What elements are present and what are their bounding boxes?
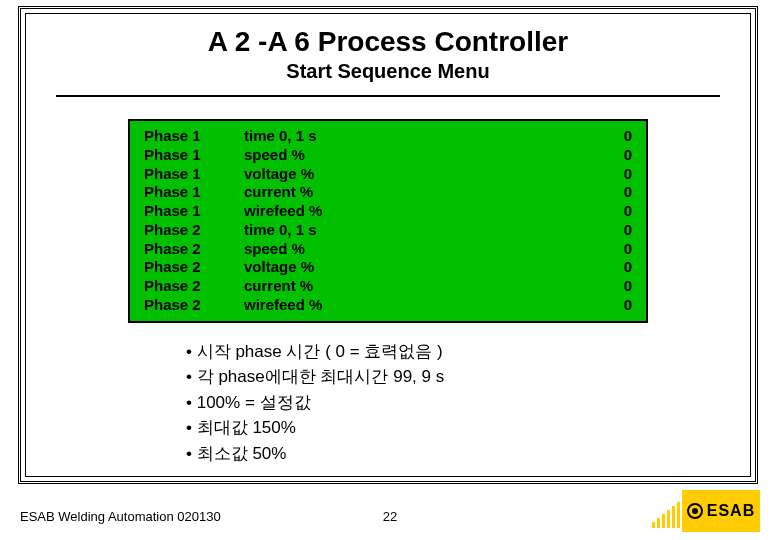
divider: [56, 95, 720, 97]
bullet-item: 최소값 50%: [186, 441, 750, 467]
panel-phase: Phase 1: [144, 165, 244, 184]
panel-value: 0: [592, 146, 632, 165]
panel-param: wirefeed %: [244, 202, 592, 221]
panel-value: 0: [592, 277, 632, 296]
slide-frame-inner: A 2 -A 6 Process Controller Start Sequen…: [25, 13, 751, 477]
panel-row: Phase 1current %0: [144, 183, 632, 202]
panel-value: 0: [592, 127, 632, 146]
panel-value: 0: [592, 221, 632, 240]
logo-dot-icon: [687, 503, 703, 519]
bullet-list: 시작 phase 시간 ( 0 = 효력없음 )각 phase에대한 최대시간 …: [186, 339, 750, 467]
bullet-item: 100% = 설정값: [186, 390, 750, 416]
slide-frame: A 2 -A 6 Process Controller Start Sequen…: [18, 6, 758, 484]
bullet-item: 시작 phase 시간 ( 0 = 효력없음 ): [186, 339, 750, 365]
panel-value: 0: [592, 202, 632, 221]
panel-value: 0: [592, 183, 632, 202]
slide-title: A 2 -A 6 Process Controller: [26, 26, 750, 58]
panel-row: Phase 1voltage %0: [144, 165, 632, 184]
panel-value: 0: [592, 296, 632, 315]
panel-phase: Phase 2: [144, 296, 244, 315]
panel-param: current %: [244, 183, 592, 202]
panel-param: voltage %: [244, 165, 592, 184]
panel-value: 0: [592, 258, 632, 277]
panel-value: 0: [592, 240, 632, 259]
logo-text: ESAB: [707, 502, 755, 520]
panel-row: Phase 1speed %0: [144, 146, 632, 165]
panel-param: wirefeed %: [244, 296, 592, 315]
panel-phase: Phase 2: [144, 277, 244, 296]
panel-param: time 0, 1 s: [244, 221, 592, 240]
panel-row: Phase 1wirefeed %0: [144, 202, 632, 221]
panel-row: Phase 2voltage %0: [144, 258, 632, 277]
panel-phase: Phase 1: [144, 202, 244, 221]
panel-row: Phase 2wirefeed %0: [144, 296, 632, 315]
parameter-panel: Phase 1time 0, 1 s0Phase 1speed %0Phase …: [128, 119, 648, 323]
panel-param: speed %: [244, 146, 592, 165]
panel-row: Phase 1time 0, 1 s0: [144, 127, 632, 146]
panel-row: Phase 2speed %0: [144, 240, 632, 259]
esab-logo: ESAB: [682, 490, 760, 532]
panel-value: 0: [592, 165, 632, 184]
panel-phase: Phase 2: [144, 221, 244, 240]
panel-param: time 0, 1 s: [244, 127, 592, 146]
logo-bars-icon: [652, 502, 680, 528]
panel-param: voltage %: [244, 258, 592, 277]
panel-phase: Phase 2: [144, 258, 244, 277]
bullet-item: 각 phase에대한 최대시간 99, 9 s: [186, 364, 750, 390]
panel-phase: Phase 1: [144, 127, 244, 146]
panel-phase: Phase 2: [144, 240, 244, 259]
panel-row: Phase 2time 0, 1 s0: [144, 221, 632, 240]
panel-param: speed %: [244, 240, 592, 259]
panel-phase: Phase 1: [144, 146, 244, 165]
bullet-item: 최대값 150%: [186, 415, 750, 441]
footer: ESAB Welding Automation 020130 22 ESAB: [0, 494, 780, 534]
panel-row: Phase 2current %0: [144, 277, 632, 296]
panel-phase: Phase 1: [144, 183, 244, 202]
slide-subtitle: Start Sequence Menu: [26, 60, 750, 83]
panel-param: current %: [244, 277, 592, 296]
